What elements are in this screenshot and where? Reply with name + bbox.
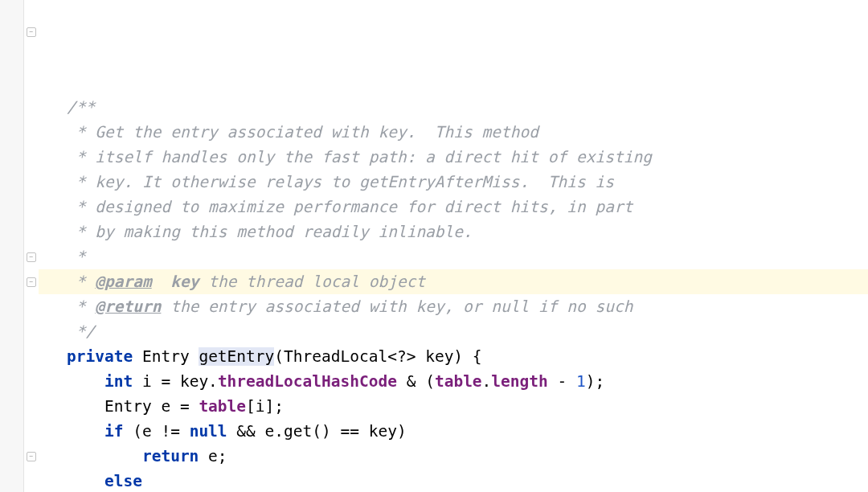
- javadoc-open: /**: [67, 98, 95, 117]
- code: /** * Get the entry associated with key.…: [67, 95, 868, 492]
- method-name: getEntry: [199, 347, 274, 366]
- keyword-private: private: [67, 347, 133, 366]
- field: threadLocalHashCode: [218, 372, 397, 391]
- field: table: [199, 397, 246, 416]
- keyword-null: null: [190, 422, 227, 441]
- keyword-return: return: [142, 447, 199, 465]
- keyword-if: if: [104, 422, 123, 441]
- return-tag: @return: [95, 297, 161, 316]
- javadoc-line: * key. It otherwise relays to getEntryAf…: [67, 173, 614, 191]
- number: 1: [576, 372, 586, 391]
- javadoc-line: *: [67, 297, 95, 316]
- keyword-int: int: [104, 372, 133, 391]
- javadoc-line: * itself handles only the fast path: a d…: [67, 148, 652, 166]
- gutter: [0, 0, 24, 492]
- fold-toggle-icon[interactable]: −: [27, 27, 36, 37]
- param-name: key: [170, 273, 199, 291]
- param-tag: @param: [95, 273, 151, 291]
- field: length: [491, 372, 547, 391]
- javadoc-line: *: [67, 273, 95, 291]
- javadoc-close: */: [67, 322, 95, 341]
- javadoc-line: * Get the entry associated with key. Thi…: [67, 123, 538, 141]
- javadoc-line: * by making this method readily inlinabl…: [67, 223, 473, 241]
- fold-toggle-icon[interactable]: −: [27, 277, 36, 287]
- fold-column: − − − −: [24, 0, 39, 492]
- javadoc-line: * designed to maximize performance for d…: [67, 198, 633, 216]
- fold-toggle-icon[interactable]: −: [27, 452, 36, 461]
- javadoc-line: *: [67, 248, 85, 266]
- code-editor[interactable]: /** * Get the entry associated with key.…: [39, 0, 868, 492]
- keyword-else: else: [104, 472, 142, 490]
- fold-toggle-icon[interactable]: −: [27, 252, 36, 262]
- type: Entry: [142, 347, 190, 366]
- field: table: [435, 372, 482, 391]
